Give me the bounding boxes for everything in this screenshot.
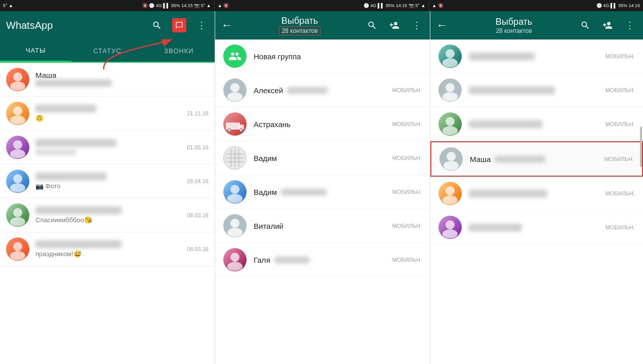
svg-point-4 — [10, 115, 25, 125]
contact-name: Алексей — [254, 86, 283, 95]
chat-item[interactable]: Спасиииибббоо😘 08.03.16 — [0, 198, 215, 232]
contact-info — [469, 87, 598, 94]
contact-avatar — [223, 112, 247, 136]
mobile-badge: МОБИЛЬН. — [606, 190, 635, 196]
svg-point-33 — [227, 262, 243, 271]
contact-item-masha[interactable]: Маша МОБИЛЬН. — [430, 141, 643, 177]
svg-point-45 — [443, 229, 458, 238]
svg-point-20 — [240, 129, 242, 131]
tab-status[interactable]: СТАТУС — [71, 39, 143, 62]
contact-list: o-whatsapp.ru Новая группа Алексей — [215, 39, 430, 364]
mobile-badge: МОБИЛЬН. — [392, 189, 422, 195]
scrollbar[interactable] — [640, 127, 642, 167]
svg-point-5 — [13, 140, 22, 149]
search-icon[interactable] — [150, 18, 164, 32]
contact-avatar-masha — [439, 147, 463, 171]
chat-item[interactable]: 🙃 21.11.16 — [0, 97, 215, 131]
chat-meta: 08.03.16 — [187, 246, 209, 252]
chat-name — [35, 240, 122, 248]
chat-time: 08.03.16 — [187, 212, 209, 218]
chat-info — [35, 139, 181, 155]
picker-header: Выбрать 28 контактов — [239, 16, 360, 35]
mobile-badge: МОБИЛЬН. — [606, 121, 635, 127]
contact-avatar — [438, 45, 462, 68]
contact-item[interactable]: МОБИЛЬН. — [430, 39, 643, 73]
svg-point-32 — [230, 253, 239, 262]
status-icons-mid: 🕐 4G ▌▌ 35% 14:15 📷 5° ▲ — [364, 3, 425, 8]
chat-item[interactable]: 01.05.16 — [0, 131, 215, 165]
search-icon[interactable] — [365, 18, 379, 32]
chat-preview: 🙃 — [35, 114, 181, 122]
picker-subtitle-2: 28 контактов — [496, 27, 532, 34]
mobile-badge: МОБИЛЬН. — [606, 87, 635, 93]
contact-item[interactable]: Алексей МОБИЛЬН. — [215, 73, 430, 107]
more-icon[interactable]: ⋮ — [410, 18, 424, 32]
chat-time: 08.03.16 — [187, 246, 209, 252]
contact-item[interactable]: МОБИЛЬН. — [430, 177, 643, 211]
contact-item[interactable]: МОБИЛЬН. — [430, 211, 643, 245]
contact-info: Виталий — [254, 222, 385, 230]
contact-picker-panel: ← Выбрать 28 контактов ⋮ o-whatsapp.ru — [215, 11, 430, 364]
add-contact-icon[interactable] — [387, 18, 401, 32]
contact-avatar — [438, 112, 462, 136]
new-group-item[interactable]: Новая группа — [215, 39, 430, 73]
chat-info: Спасиииибббоо😘 — [35, 207, 181, 224]
svg-point-18 — [228, 129, 230, 131]
svg-point-38 — [446, 117, 455, 126]
mobile-badge: МОБИЛЬН. — [606, 53, 635, 59]
avatar — [6, 102, 29, 125]
contact-item[interactable]: Виталий МОБИЛЬН. — [215, 209, 430, 243]
compose-icon[interactable] — [172, 18, 186, 32]
new-group-avatar — [223, 45, 247, 68]
contact-avatar — [223, 214, 247, 237]
chat-preview: праздником!😅 — [35, 250, 181, 258]
svg-point-36 — [446, 83, 455, 92]
chat-time: 21.11.16 — [187, 110, 209, 116]
svg-point-6 — [10, 149, 25, 158]
mobile-badge: МОБИЛЬН. — [606, 224, 635, 230]
contact-info: Вадим — [254, 154, 385, 163]
chat-meta: 21.11.16 — [187, 110, 209, 116]
svg-point-28 — [230, 185, 239, 194]
search-icon-2[interactable] — [578, 18, 592, 32]
status-alert-mid: ▲ 🔇 — [218, 3, 229, 8]
tab-chats[interactable]: ЧАТЫ — [0, 39, 71, 62]
chat-item[interactable]: 📷 Фото 28.04.16 — [0, 165, 215, 198]
chat-time: 01.05.16 — [187, 144, 209, 150]
mobile-badge: МОБИЛЬН. — [392, 257, 422, 263]
contact-item[interactable]: Вадим МОБИЛЬН. — [215, 141, 430, 175]
contact-info: Галя — [254, 256, 385, 264]
svg-point-3 — [13, 106, 22, 115]
chat-info: 📷 Фото — [35, 173, 181, 190]
contact-picker-panel-2: ← Выбрать 28 контактов ⋮ — [430, 11, 643, 364]
contact-info-masha: Маша — [470, 155, 597, 164]
svg-point-30 — [230, 219, 239, 228]
chat-name — [35, 207, 122, 214]
contact-info: Астрахань — [254, 120, 385, 129]
back-icon-2[interactable]: ← — [436, 19, 448, 32]
svg-point-1 — [13, 72, 22, 82]
more-icon-2[interactable]: ⋮ — [623, 18, 637, 32]
mobile-badge: МОБИЛЬН. — [392, 223, 422, 229]
svg-point-31 — [227, 228, 243, 237]
add-contact-icon-2[interactable] — [600, 18, 615, 32]
contact-item[interactable]: Астрахань МОБИЛЬН. — [215, 107, 430, 141]
contact-item[interactable]: Галя МОБИЛЬН. — [215, 243, 430, 277]
svg-point-44 — [446, 220, 455, 229]
contact-item[interactable]: МОБИЛЬН. — [430, 73, 643, 107]
status-icons-left: 🔇 🕐 4G ▌▌ 35% 14:15 📷 5° ▲ — [142, 3, 211, 8]
chat-item[interactable]: Маша — [0, 63, 215, 97]
mobile-badge-masha: МОБИЛЬН. — [605, 156, 634, 162]
chat-name: Маша — [35, 71, 203, 79]
more-icon[interactable]: ⋮ — [194, 18, 209, 32]
status-bar-middle: ▲ 🔇 🕐 4G ▌▌ 35% 14:15 📷 5° ▲ — [214, 0, 429, 11]
contact-item[interactable]: МОБИЛЬН. — [430, 107, 643, 141]
svg-point-12 — [10, 251, 25, 260]
back-icon[interactable]: ← — [221, 19, 232, 32]
status-bar-right: ▲ 🔇 🕐 4G ▌▌ 35% 14:16 — [428, 0, 643, 11]
contact-name: Астрахань — [254, 120, 385, 129]
chat-item[interactable]: праздником!😅 08.03.16 — [0, 232, 215, 266]
contact-item[interactable]: Вадим МОБИЛЬН. — [215, 175, 430, 209]
tab-calls[interactable]: ЗВОНКИ — [143, 39, 215, 62]
svg-point-41 — [444, 161, 459, 170]
